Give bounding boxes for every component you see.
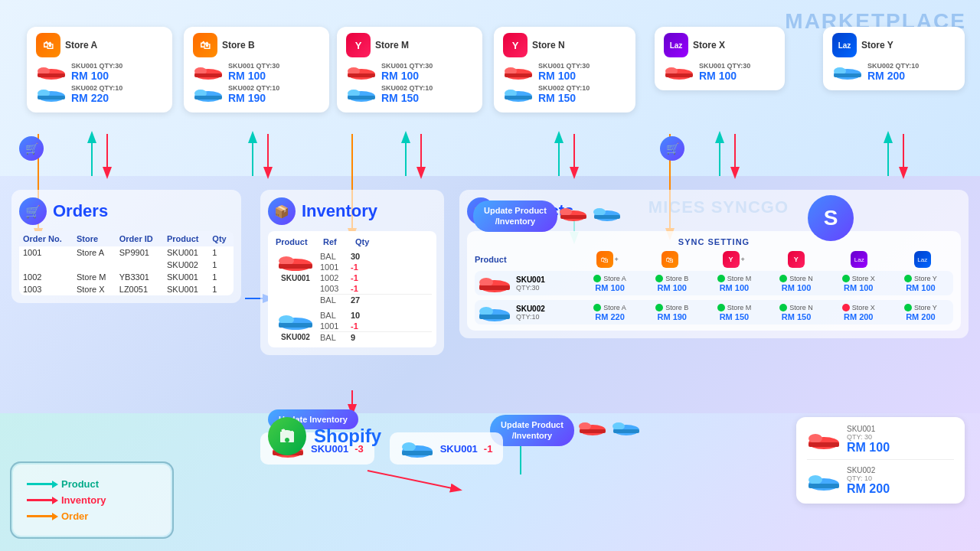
store-b-sku1-label: SKU001 QTY:30 <box>228 62 320 70</box>
sync-sku001-store-a: Store A RM 100 <box>580 275 639 292</box>
svg-rect-40 <box>505 73 532 77</box>
store-m-sku1-price: RM 100 <box>381 70 473 82</box>
sync-icon-m: Y <box>723 251 740 268</box>
arrow-head-cyan <box>52 481 58 488</box>
order-no: 1001 <box>19 246 73 259</box>
svg-rect-34 <box>348 73 375 77</box>
store-m-icon: Y <box>346 33 371 57</box>
update-shoes-bottom <box>578 419 641 436</box>
sync-store-b-header: 🛍 <box>641 251 701 268</box>
store-y-name: Store Y <box>861 40 893 51</box>
inv-sku001-rows: BAL30 1001-1 1002-1 1003-1 BAL27 <box>320 251 432 305</box>
order-col-no: Order No. <box>19 231 73 246</box>
store-m-sku2-price: RM 150 <box>381 92 473 104</box>
sync-icon-y: Laz <box>914 251 931 268</box>
inv-sku001-label: SKU001 <box>281 274 310 282</box>
store-y-sku2-label: SKU002 QTY:10 <box>867 62 956 70</box>
svg-rect-67 <box>594 215 620 219</box>
dot-green <box>904 275 912 282</box>
store-n-sku2-price: RM 150 <box>538 92 626 104</box>
order-qty: 1 <box>208 259 234 271</box>
bottom-shoe1b <box>400 439 434 458</box>
sync-price: RM 190 <box>657 312 687 321</box>
sync-sku002-qty: QTY:10 <box>516 313 545 321</box>
table-row: 1001 Store A SP9901 SKU001 1 <box>19 246 234 259</box>
update-product-btn-top[interactable]: Update Product/Inventory <box>473 201 557 232</box>
shopify-shoe1 <box>807 430 841 450</box>
sync-price: RM 150 <box>720 312 750 321</box>
dot-green <box>717 304 725 311</box>
inv-shoe2-img <box>276 310 315 331</box>
bottom-sku001b-card: SKU001 -1 <box>390 432 504 465</box>
sync-store-y-header: Laz <box>893 251 954 268</box>
store-card-b: 🛍 Store B SKU001 QTY:30 RM 100 SKU002 QT… <box>184 27 329 112</box>
store-b-sku2-price: RM 190 <box>228 92 320 104</box>
store-card-n: Y Store N SKU001 QTY:30 RM 100 SKU002 QT… <box>494 27 635 112</box>
svg-rect-43 <box>505 96 532 99</box>
legend-product-arrow <box>27 483 54 485</box>
sync-grid-header: Product 🛍 + 🛍 Y + Y Laz <box>475 251 953 268</box>
sync-row-sku001: SKU001 QTY:30 Store A RM 100 Store B RM … <box>475 271 953 295</box>
sync-icon-n: Y <box>788 251 805 268</box>
sync-product-sku002: SKU002 QTY:10 <box>478 303 577 321</box>
sync-store-m-header: Y + <box>704 251 764 268</box>
svg-rect-64 <box>560 215 586 219</box>
sync-header: SYNC SETTING <box>475 237 953 246</box>
sync-shoe1 <box>478 274 511 292</box>
order-id <box>116 259 163 271</box>
svg-point-69 <box>579 422 591 430</box>
shopify-products-card: SKU001 QTY: 30 RM 100 SKU002 QTY: 10 RM … <box>796 417 965 504</box>
orders-icon: 🛒 <box>19 197 47 225</box>
update-product-button-top[interactable]: Update Product/Inventory <box>473 201 557 232</box>
inv-row: BAL10 <box>320 310 432 321</box>
store-n-shoe2-img <box>503 86 534 103</box>
legend-product: Product <box>27 478 157 490</box>
sync-price: RM 100 <box>720 283 750 292</box>
svg-rect-58 <box>479 285 510 290</box>
sync-price: RM 100 <box>782 283 812 292</box>
inv-headers: Product Ref Qty <box>273 236 432 248</box>
store-y-sku2-price: RM 200 <box>867 70 956 82</box>
store-n-sku1-row: SKU001 QTY:30 RM 100 <box>503 62 626 82</box>
orders-table: Order No. Store Order ID Product Qty 100… <box>19 231 234 295</box>
inv-header-qty: Qty <box>355 237 386 246</box>
store-b-sku2-row: SKU002 QTY:10 RM 190 <box>193 84 320 104</box>
store-m-sku1-label: SKU001 QTY:30 <box>381 62 473 70</box>
sync-price: RM 100 <box>657 283 687 292</box>
inv-header-product: Product <box>276 237 322 246</box>
store-card-y: Laz Store Y SKU002 QTY:10 RM 200 <box>823 27 965 90</box>
store-n-shoe1-img <box>503 64 534 80</box>
store-a-sku1-row: SKU001 QTY:30 RM 100 <box>36 62 163 82</box>
shopify-sku002-row: SKU002 QTY: 10 RM 200 <box>807 466 954 496</box>
order-store: Store X <box>73 283 116 295</box>
sync-sku001-store-b: Store B RM 100 <box>642 275 701 292</box>
inv-sku002-rows: BAL10 1001-1 BAL9 <box>320 310 432 343</box>
svg-rect-49 <box>834 73 861 77</box>
sync-sku002-store-n: Store N RM 150 <box>766 304 825 321</box>
dot-green <box>593 304 601 311</box>
shopify-sku001-row: SKU001 QTY: 30 RM 100 <box>807 425 954 460</box>
svg-rect-73 <box>613 429 639 433</box>
sync-store-n-header: Y <box>767 251 828 268</box>
order-col-store: Store <box>73 231 116 246</box>
bottom-sku001b-change: -1 <box>484 443 493 455</box>
svg-point-84 <box>808 475 822 484</box>
order-product: SKU002 <box>163 259 208 271</box>
svg-point-78 <box>402 442 416 452</box>
update-shoes-top <box>559 205 622 222</box>
dot-green <box>904 304 912 311</box>
sync-sku002-store-b: Store B RM 190 <box>642 304 701 321</box>
legend-product-label: Product <box>61 478 99 490</box>
store-x-icon: Laz <box>664 33 688 57</box>
inv-sku001-section: SKU001 BAL30 1001-1 1002-1 1003-1 BAL27 <box>273 251 432 305</box>
store-card-a: 🛍 Store A SKU001 QTY:30 RM 100 SKU002 QT… <box>27 27 172 112</box>
update-shoe1b <box>578 419 607 436</box>
sync-sku001-store-n: Store N RM 100 <box>766 275 825 292</box>
store-n-name: Store N <box>532 40 565 51</box>
shopify-sku1-qty2: QTY: 30 <box>847 433 890 441</box>
store-y-sku2-row: SKU002 QTY:10 RM 200 <box>832 62 956 82</box>
dot-red <box>842 304 850 311</box>
dot-green <box>593 275 601 282</box>
order-store: Store A <box>73 246 116 259</box>
update-shoe2 <box>593 205 622 222</box>
